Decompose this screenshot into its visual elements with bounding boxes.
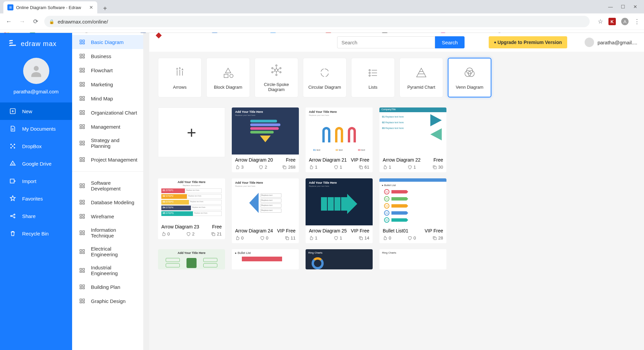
nav-item-share[interactable]: Share <box>0 207 72 225</box>
copies-stat[interactable]: 14 <box>359 235 369 240</box>
category-graphic-design[interactable]: Graphic Design <box>72 294 146 308</box>
user-email: paratha@gmail.com <box>0 89 72 94</box>
tile-label: Lists <box>367 85 380 90</box>
copies-stat[interactable]: 61 <box>359 165 369 170</box>
nav-item-favorites[interactable]: Favorites <box>0 190 72 207</box>
search-button[interactable]: Search <box>435 36 465 48</box>
copy-icon <box>359 236 363 240</box>
likes-stat[interactable]: 0 <box>161 231 170 236</box>
url-input[interactable]: 🔒 edrawmax.com/online/ <box>44 16 590 27</box>
category-icon <box>79 267 86 274</box>
category-icon <box>79 123 86 130</box>
favs-stat[interactable]: 1 <box>408 165 416 170</box>
template-card[interactable]: CompanyTitle01 Replace text here02 Repla… <box>379 107 446 172</box>
tile-circular-diagram[interactable]: Circular Diagram <box>303 58 346 97</box>
nav-item-google-drive[interactable]: Google Drive <box>0 155 72 172</box>
template-card[interactable]: Add Your Title HereReplace your text her… <box>232 107 299 172</box>
template-card[interactable]: Add Your Title HereReplace your text her… <box>306 178 373 243</box>
bookmark-star-icon[interactable]: ☆ <box>598 18 603 25</box>
copies-stat[interactable]: 30 <box>432 165 443 170</box>
browser-menu-icon[interactable]: ⋮ <box>634 18 640 25</box>
favs-stat[interactable]: 0 <box>408 235 416 240</box>
nav-item-recycle-bin[interactable]: Recycle Bin <box>0 225 72 242</box>
nav-item-new[interactable]: New <box>0 102 72 120</box>
category-industrial-engineering[interactable]: Industrial Engineering <box>72 261 146 280</box>
copies-stat[interactable]: 21 <box>211 231 222 236</box>
template-card[interactable]: Add Your Title HereReplace your text her… <box>232 178 299 243</box>
copies-stat[interactable]: 268 <box>282 165 296 170</box>
copies-stat[interactable]: 28 <box>432 235 443 240</box>
extension-k-icon[interactable]: K <box>608 18 616 25</box>
category-database-modeling[interactable]: Database Modeling <box>72 195 146 209</box>
favs-stat[interactable]: 2 <box>186 231 195 236</box>
svg-rect-52 <box>80 217 82 218</box>
template-card-partial[interactable]: Ring Charts <box>306 249 373 269</box>
tile-pyramid-chart[interactable]: Pyramid Chart <box>399 58 443 97</box>
favs-stat[interactable]: 1 <box>334 235 342 240</box>
create-blank-template[interactable]: + <box>158 107 225 157</box>
browser-tab[interactable]: Online Diagram Software - Edraw ✕ <box>3 1 97 13</box>
upgrade-button[interactable]: Upgrade to Premium Version <box>489 36 567 48</box>
back-button[interactable]: ← <box>4 17 13 26</box>
user-avatar[interactable] <box>23 58 49 84</box>
search-input[interactable] <box>337 36 435 48</box>
close-icon[interactable]: ✕ <box>633 4 637 9</box>
copy-icon <box>359 165 363 170</box>
nav-item-dropbox[interactable]: DropBox <box>0 137 72 155</box>
account-menu[interactable]: paratha@gmail.... <box>585 38 637 47</box>
profile-avatar-icon[interactable]: A <box>621 18 629 25</box>
nav-item-my-documents[interactable]: My Documents <box>0 120 72 137</box>
category-flowchart[interactable]: Flowchart <box>72 63 146 77</box>
category-basic-diagram[interactable]: Basic Diagram <box>72 35 146 49</box>
category-mind-map[interactable]: Mind Map <box>72 91 146 105</box>
nav-label: New <box>22 108 32 114</box>
likes-stat[interactable]: 1 <box>309 165 317 170</box>
category-organizational-chart[interactable]: Organizational Chart <box>72 105 146 120</box>
likes-stat[interactable]: 0 <box>383 235 391 240</box>
category-marketing[interactable]: Marketing <box>72 77 146 91</box>
copies-stat[interactable]: 11 <box>285 235 296 240</box>
category-project-management[interactable]: Project Management <box>72 152 146 167</box>
reload-button[interactable]: ⟳ <box>31 17 40 26</box>
likes-stat[interactable]: 0 <box>235 235 244 240</box>
minimize-icon[interactable]: — <box>608 4 613 9</box>
template-card[interactable]: ▸ Bullet List0102030405 Bullet List01VIP… <box>379 178 446 243</box>
template-card[interactable]: Add Your Title HereReplace your text her… <box>306 107 373 172</box>
template-thumbnail: ▸ Bullet List0102030405 <box>379 178 446 225</box>
likes-stat[interactable]: 1 <box>309 235 317 240</box>
maximize-icon[interactable]: ☐ <box>621 4 625 9</box>
template-card[interactable]: Add Your Title Here Replace description … <box>158 178 225 239</box>
forward-button[interactable]: → <box>17 17 27 26</box>
likes-stat[interactable]: 1 <box>383 165 391 170</box>
favs-stat[interactable]: 1 <box>334 165 342 170</box>
nav-item-import[interactable]: Import <box>0 172 72 190</box>
svg-rect-38 <box>80 158 82 159</box>
svg-rect-31 <box>83 125 85 126</box>
tile-lists[interactable]: Lists <box>351 58 395 97</box>
category-wireframe[interactable]: Wireframe <box>72 209 146 223</box>
template-card-partial[interactable]: ▸ Bullet List <box>232 249 299 269</box>
tab-close-icon[interactable]: ✕ <box>89 5 93 10</box>
category-label: Business <box>91 53 111 59</box>
tile-block-diagram[interactable]: Block Diagram <box>206 58 250 97</box>
category-building-plan[interactable]: Building Plan <box>72 280 146 294</box>
template-card-partial[interactable]: Ring Charts <box>379 249 446 269</box>
category-software-development[interactable]: Software Development <box>72 176 146 195</box>
likes-stat[interactable]: 3 <box>235 165 244 170</box>
favs-stat[interactable]: 2 <box>259 165 267 170</box>
tile-label: Circle-Spoke Diagram <box>255 82 298 92</box>
template-card-partial[interactable]: Add Your Title Here <box>158 249 225 269</box>
nav-icon <box>9 160 16 167</box>
tile-circle-spoke-diagram[interactable]: Circle-Spoke Diagram <box>255 58 298 97</box>
category-strategy-and-planning[interactable]: Strategy and Planning <box>72 134 146 152</box>
category-electrical-engineering[interactable]: Electrical Engineering <box>72 242 146 261</box>
tile-arrows[interactable]: Arrows <box>158 58 202 97</box>
tile-venn-diagram[interactable]: Venn Diagram <box>448 58 491 97</box>
category-business[interactable]: Business <box>72 49 146 63</box>
category-information-technique[interactable]: Information Technique <box>72 223 146 242</box>
favs-stat[interactable]: 0 <box>260 235 268 240</box>
svg-rect-10 <box>80 54 82 56</box>
category-management[interactable]: Management <box>72 120 146 134</box>
new-tab-button[interactable]: + <box>100 3 110 13</box>
svg-rect-74 <box>224 74 228 78</box>
